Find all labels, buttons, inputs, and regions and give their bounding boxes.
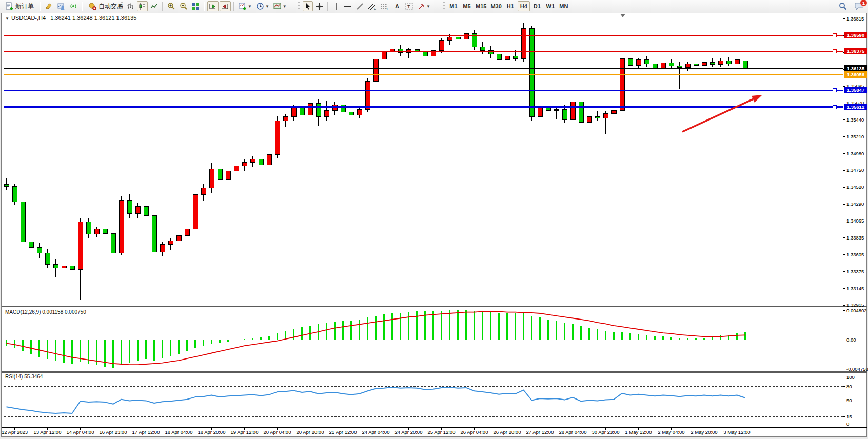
new-order-icon [5,2,13,10]
templates-button[interactable]: ▼ [272,1,288,11]
svg-text:1.36135: 1.36135 [847,66,865,71]
new-order-label: 新订单 [15,2,34,11]
community-person-icon [57,2,65,10]
svg-text:15: 15 [846,414,852,420]
svg-text:1.35612: 1.35612 [847,104,864,110]
separator [327,2,328,11]
date-label: 3 May 12:00 [723,429,750,435]
svg-text:80: 80 [846,384,852,389]
line-chart-button[interactable] [149,1,160,11]
svg-text:1.33835: 1.33835 [846,235,864,241]
text-button[interactable]: A [392,1,402,11]
candle [357,109,362,115]
candle [135,206,140,213]
candle [341,105,345,112]
right-cluster: 1 [837,0,865,12]
chart-canvas[interactable]: 1.368151.365851.363551.361251.358951.356… [0,0,868,439]
horizontal-line-button[interactable] [342,1,353,11]
signals-button[interactable] [68,1,79,11]
timeframe-m30-button[interactable]: M30 [489,1,503,11]
chart-collapse-button[interactable]: ▼ [5,16,9,21]
candle [45,253,50,264]
periods-button[interactable]: ▼ [254,1,271,11]
indicators-button[interactable]: ▼ [237,1,253,11]
svg-text:E: E [374,7,376,10]
timeframe-m5-button[interactable]: M5 [461,1,473,11]
horizontal-line-icon [344,3,352,10]
chat-button[interactable]: 1 [853,1,865,11]
toolbar-grip [443,2,445,10]
candle [62,266,66,268]
candle [464,33,468,39]
timeframe-w1-button[interactable]: W1 [544,1,557,11]
search-button[interactable] [837,1,849,11]
auto-scroll-icon [209,3,217,10]
clock-icon [256,2,264,10]
date-label: 20 Apr 20:00 [297,429,324,435]
timeframe-m1-button[interactable]: M1 [447,1,460,11]
candlestick-chart-button[interactable] [137,1,148,11]
candle [365,82,370,109]
svg-text:1.34520: 1.34520 [846,184,864,190]
timeframe-m15-button[interactable]: M15 [474,1,488,11]
bar-chart-button[interactable] [125,1,136,11]
candle [12,187,17,202]
crosshair-button[interactable] [314,1,325,11]
channel-button[interactable]: E [366,1,378,11]
cursor-button[interactable] [303,1,313,11]
chart-title-bar: ▼USDCAD-,H41.36241 1.36248 1.36121 1.361… [5,15,136,21]
svg-text:1.36056: 1.36056 [847,72,864,77]
macd-indicator-label: MACD(12,26,9) 0.001158 0.000750 [5,309,86,315]
candle [94,229,99,234]
timeframe-h1-button[interactable]: H1 [504,1,517,11]
auto-scroll-button[interactable] [207,1,219,11]
tile-windows-button[interactable] [190,1,201,11]
candle [743,61,747,68]
zoom-out-icon [180,2,188,10]
vertical-line-button[interactable] [331,1,341,11]
new-order-button[interactable]: 新订单 [2,1,37,11]
text-label-button[interactable]: T [403,1,415,11]
timeframe-d1-button[interactable]: D1 [531,1,543,11]
rsi-indicator-label: RSI(14) 55.3464 [5,374,43,380]
zoom-in-button[interactable] [166,1,177,11]
date-label: 18 Apr 20:00 [198,429,226,435]
candle [710,62,715,64]
dropdown-caret: ▼ [265,4,269,9]
candle [718,61,723,64]
zoom-out-button[interactable] [178,1,189,11]
candle [595,116,600,118]
candle [267,155,271,165]
chart-symbol-period: USDCAD-,H4 [11,15,46,21]
mt4-application-window: 1.368151.365851.363551.361251.358951.356… [0,0,868,439]
arrows-button[interactable]: ▼ [416,1,432,11]
dropdown-caret: ▼ [426,4,430,9]
trendline-button[interactable] [354,1,365,11]
chart-shift-button[interactable] [220,1,231,11]
candle [628,58,633,65]
timeframe-h4-button[interactable]: H4 [518,1,530,11]
candle [554,109,559,111]
date-label: 12 Apr 2023 [2,429,28,435]
candle [562,109,567,119]
candle [176,236,181,241]
candle [234,166,239,171]
gold-seal-icon [45,2,53,10]
candle [103,229,107,234]
candlestick-chart-icon [139,3,146,10]
date-label: 1 May 12:00 [625,429,652,435]
zoom-in-icon [167,2,175,10]
candle [259,159,263,165]
candle [653,64,657,69]
timeframe-mn-button[interactable]: MN [558,1,570,11]
candle [332,105,337,110]
market-tools-button[interactable] [43,1,54,11]
candle [218,169,222,179]
candle [456,37,460,39]
candle [111,233,115,253]
svg-text:1.36815: 1.36815 [846,16,864,22]
fibonacci-button[interactable]: F [379,1,391,11]
community-button[interactable] [55,1,67,11]
autotrading-icon [88,2,96,10]
separator [233,2,234,11]
